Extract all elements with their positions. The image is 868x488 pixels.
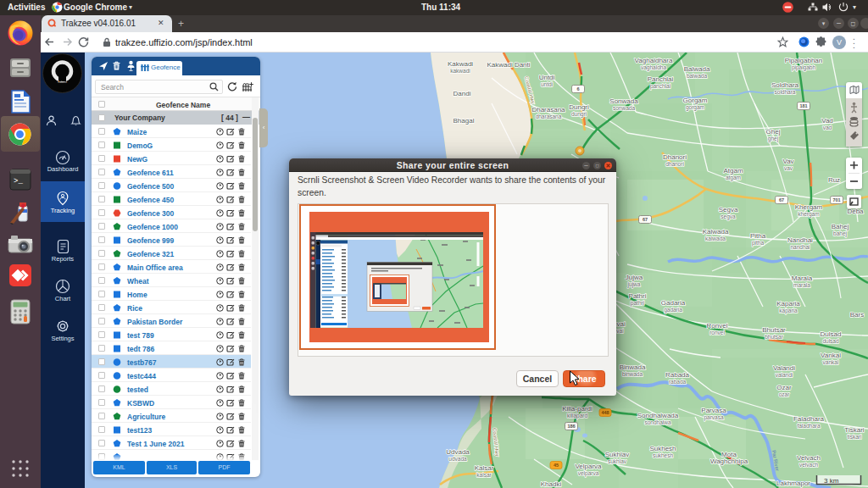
svg-text:Valandi: Valandi xyxy=(773,364,795,372)
svg-text:Tiskari: Tiskari xyxy=(844,426,864,434)
svg-text:Segva: Segva xyxy=(719,206,738,214)
svg-text:Kakwadi: Kakwadi xyxy=(448,60,473,68)
svg-text:Waghchhipa: Waghchhipa xyxy=(710,458,748,465)
svg-text:sondhalwa: sondhalwa xyxy=(644,419,670,425)
svg-text:Sondhalwada: Sondhalwada xyxy=(637,412,679,419)
svg-text:Binwada: Binwada xyxy=(620,363,646,371)
svg-text:vad: vad xyxy=(823,125,832,130)
svg-text:pathri: pathri xyxy=(631,300,644,307)
svg-text:45: 45 xyxy=(554,463,559,468)
svg-text:atgam: atgam xyxy=(726,175,741,181)
svg-text:vankal: vankal xyxy=(823,359,839,365)
svg-text:panchlai: panchlai xyxy=(650,83,670,90)
svg-text:bahej: bahej xyxy=(833,230,847,237)
svg-text:Sukhesh: Sukhesh xyxy=(649,445,676,452)
svg-text:untdi: untdi xyxy=(541,81,553,87)
svg-text:Bahej: Bahej xyxy=(832,223,849,230)
svg-text:Killa-pardi: Killa-pardi xyxy=(562,405,593,413)
svg-text:3 km: 3 km xyxy=(824,477,839,485)
svg-text:Deba: Deba xyxy=(847,208,864,215)
svg-text:kalsar: kalsar xyxy=(476,472,492,478)
svg-text:Dharasana: Dharasana xyxy=(531,106,565,114)
svg-text:Jujwa: Jujwa xyxy=(626,274,643,281)
svg-text:Nandhai: Nandhai xyxy=(787,236,813,244)
svg-text:Ronvel: Ronvel xyxy=(707,322,728,330)
svg-text:Rabada: Rabada xyxy=(665,371,690,379)
svg-text:67: 67 xyxy=(643,217,648,222)
svg-text:Gorgam: Gorgam xyxy=(683,97,708,104)
svg-text:Vankal: Vankal xyxy=(821,352,841,359)
svg-text:67: 67 xyxy=(779,197,784,202)
svg-text:soldhara: soldhara xyxy=(775,89,796,95)
svg-text:vaghaldha: vaghaldha xyxy=(641,64,666,71)
svg-text:Soldhara: Soldhara xyxy=(771,81,799,89)
svg-text:181: 181 xyxy=(799,103,807,108)
svg-text:Ozar: Ozar xyxy=(776,384,792,391)
svg-text:Vaghaldhara: Vaghaldhara xyxy=(635,57,673,64)
svg-text:killapard: killapard xyxy=(567,413,588,419)
svg-text:pitha: pitha xyxy=(752,240,764,247)
svg-text:701: 701 xyxy=(832,197,840,202)
svg-text:Pipalgabhan: Pipalgabhan xyxy=(785,57,822,64)
svg-text:tiskari: tiskari xyxy=(848,434,862,440)
svg-text:faladhara: faladhara xyxy=(797,423,820,429)
svg-text:ghej: ghej xyxy=(768,136,778,142)
svg-text:kalwada: kalwada xyxy=(705,236,726,241)
svg-text:Kakwadi Danti: Kakwadi Danti xyxy=(487,61,530,69)
svg-text:bhutsar: bhutsar xyxy=(765,334,784,340)
svg-text:Velparva: Velparva xyxy=(575,463,602,470)
svg-text:Untdi: Untdi xyxy=(539,74,555,81)
svg-text:Kaparia: Kaparia xyxy=(776,300,800,308)
svg-text:kakwadi: kakwadi xyxy=(450,68,470,74)
svg-text:dulsad: dulsad xyxy=(822,338,839,344)
svg-text:186: 186 xyxy=(567,424,575,429)
svg-text:Sonwada: Sonwada xyxy=(609,97,638,105)
svg-text:Faladhara: Faladhara xyxy=(793,415,825,423)
svg-text:sukhesh: sukhesh xyxy=(653,452,674,458)
svg-text:velvach: velvach xyxy=(799,462,818,468)
svg-text:Gadaria: Gadaria xyxy=(661,299,686,307)
svg-text:pipalgabh: pipalgabh xyxy=(792,64,816,71)
svg-text:Marala: Marala xyxy=(792,274,813,282)
svg-text:udvada: udvada xyxy=(448,456,467,462)
svg-text:6: 6 xyxy=(576,86,579,92)
svg-text:jujwa: jujwa xyxy=(627,281,641,288)
svg-text:balwada: balwada xyxy=(687,73,708,79)
svg-text:Velvach: Velvach xyxy=(797,454,821,462)
svg-text:dharasana: dharasana xyxy=(536,114,562,119)
svg-text:valandi: valandi xyxy=(776,372,793,378)
svg-text:velparva: velparva xyxy=(578,470,599,477)
svg-text:vav: vav xyxy=(784,165,793,171)
svg-text:Dandi: Dandi xyxy=(453,90,471,97)
svg-text:Bars: Bars xyxy=(850,311,864,319)
svg-text:sonwada: sonwada xyxy=(613,105,635,111)
svg-text:ozar: ozar xyxy=(779,391,790,397)
svg-text:Bhagal: Bhagal xyxy=(453,117,475,125)
svg-text:Khergam: Khergam xyxy=(795,203,823,211)
svg-text:Atgam: Atgam xyxy=(723,167,743,175)
svg-text:Pitha: Pitha xyxy=(750,232,766,240)
svg-text:Parvasa: Parvasa xyxy=(701,407,726,414)
svg-text:marala: marala xyxy=(793,282,810,288)
svg-text:segva: segva xyxy=(721,214,736,220)
svg-text:Ghej: Ghej xyxy=(766,128,781,136)
svg-text:448: 448 xyxy=(601,410,609,415)
svg-text:parvasa: parvasa xyxy=(704,414,724,421)
svg-text:nandhai: nandhai xyxy=(790,244,810,250)
svg-text:Khadki: Khadki xyxy=(541,480,562,488)
svg-text:Dulsad: Dulsad xyxy=(821,330,842,338)
svg-text:Bhutsar: Bhutsar xyxy=(762,326,786,334)
svg-text:dungri: dungri xyxy=(571,111,587,118)
svg-text:Kalwada: Kalwada xyxy=(703,228,729,236)
svg-text:Panchlai: Panchlai xyxy=(648,75,674,83)
svg-text:>_: >_ xyxy=(14,177,23,186)
svg-text:dhanori: dhanori xyxy=(665,161,684,167)
svg-text:kaparia: kaparia xyxy=(779,308,798,314)
svg-text:Udvada: Udvada xyxy=(446,448,470,456)
svg-text:Dungri: Dungri xyxy=(569,103,589,111)
svg-text:Sukhlav: Sukhlav xyxy=(605,451,629,458)
svg-text:rabada: rabada xyxy=(669,379,687,385)
svg-text:Ruz: Ruz xyxy=(828,176,840,184)
svg-text:khergam: khergam xyxy=(798,211,819,218)
svg-text:ronvel: ronvel xyxy=(709,330,725,336)
